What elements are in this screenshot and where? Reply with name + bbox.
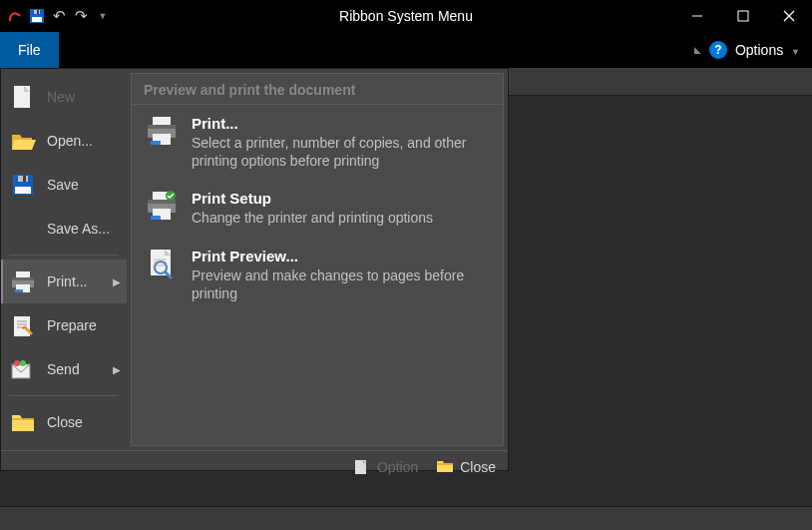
options-button[interactable]: Options ▼ (735, 42, 800, 58)
folder-icon (436, 459, 454, 475)
backstage-close-label: Close (47, 414, 83, 430)
close-button[interactable] (766, 0, 812, 32)
status-bar (0, 506, 812, 530)
backstage-new[interactable]: New (1, 75, 127, 119)
folder-icon (9, 408, 37, 436)
prepare-icon (9, 311, 37, 339)
backstage-left: New Open... Save Save As... (1, 69, 127, 450)
backstage-new-label: New (47, 89, 75, 105)
help-icon[interactable]: ? (709, 41, 727, 59)
backstage-send[interactable]: Send ▶ (1, 347, 127, 391)
option-print-setup-desc: Change the printer and printing options (192, 209, 491, 227)
svg-rect-10 (15, 187, 31, 194)
backstage-save[interactable]: Save (1, 163, 127, 207)
window-controls (674, 0, 812, 32)
footer-option-label: Option (377, 459, 418, 475)
ribbon-tabs: File ◣ ? Options ▼ (0, 32, 812, 68)
backstage-send-label: Send (47, 361, 80, 377)
send-icon (9, 355, 37, 383)
backstage-save-label: Save (47, 177, 79, 193)
svg-rect-13 (16, 271, 30, 277)
saveas-icon (9, 215, 37, 243)
svg-rect-44 (437, 463, 453, 465)
svg-rect-5 (738, 11, 748, 21)
svg-rect-8 (14, 86, 30, 108)
svg-rect-30 (151, 141, 161, 145)
minimize-button[interactable] (674, 0, 720, 32)
tab-file[interactable]: File (0, 32, 59, 68)
backstage-print-label: Print... (47, 273, 87, 289)
option-icon (353, 459, 371, 475)
svg-rect-25 (12, 418, 34, 420)
svg-rect-1 (32, 17, 42, 22)
maximize-button[interactable] (720, 0, 766, 32)
option-print[interactable]: Print... Select a printer, number of cop… (132, 105, 503, 180)
backstage-close[interactable]: Close (1, 400, 127, 444)
backstage-footer: Option Close (1, 450, 508, 483)
backstage-open[interactable]: Open... (1, 119, 127, 163)
app-icon (6, 7, 24, 25)
chevron-right-icon: ▶ (113, 364, 121, 375)
option-print-setup-title: Print Setup (192, 190, 491, 207)
backstage-saveas[interactable]: Save As... (1, 207, 127, 251)
chevron-down-icon: ▼ (791, 47, 800, 57)
open-icon (9, 127, 37, 155)
option-print-desc: Select a printer, number of copies, and … (192, 134, 491, 170)
svg-rect-17 (15, 289, 23, 292)
save-icon (9, 171, 37, 199)
print-icon (144, 115, 180, 151)
backstage-print[interactable]: Print... ▶ (1, 260, 127, 303)
footer-option-button[interactable]: Option (353, 459, 418, 475)
panel-title: Preview and print the document (132, 74, 503, 105)
quick-access-toolbar: ↶ ↷ ▼ (0, 7, 112, 25)
save-icon[interactable] (28, 7, 46, 25)
backstage-panel: New Open... Save Save As... (0, 68, 509, 471)
undo-icon[interactable]: ↶ (50, 7, 68, 25)
backstage-prepare[interactable]: Prepare (1, 303, 127, 347)
option-print-preview[interactable]: Print Preview... Preview and make change… (132, 238, 503, 312)
print-setup-icon (144, 190, 180, 226)
svg-point-24 (20, 360, 26, 366)
print-icon (9, 267, 37, 295)
backstage-open-label: Open... (47, 133, 93, 149)
svg-rect-26 (153, 117, 171, 125)
option-print-title: Print... (192, 115, 491, 132)
svg-rect-12 (23, 176, 26, 182)
footer-close-button[interactable]: Close (436, 459, 496, 475)
print-preview-icon (144, 248, 180, 283)
collapse-ribbon-icon[interactable]: ◣ (694, 45, 701, 55)
window-title: Ribbon System Menu (339, 8, 473, 24)
svg-rect-3 (37, 10, 39, 14)
separator (9, 255, 119, 256)
svg-point-23 (14, 360, 20, 366)
chevron-right-icon: ▶ (113, 276, 121, 287)
backstage-prepare-label: Prepare (47, 317, 97, 333)
separator (9, 395, 119, 396)
titlebar: ↶ ↷ ▼ Ribbon System Menu (0, 0, 812, 32)
backstage-saveas-label: Save As... (47, 221, 110, 237)
backstage-right-panel: Preview and print the document Print... … (131, 73, 504, 446)
footer-close-label: Close (460, 459, 496, 475)
svg-rect-18 (14, 316, 30, 336)
new-icon (9, 83, 37, 111)
svg-rect-35 (151, 216, 161, 220)
qat-dropdown-icon[interactable]: ▼ (94, 7, 112, 25)
redo-icon[interactable]: ↷ (72, 7, 90, 25)
option-print-preview-title: Print Preview... (192, 248, 491, 265)
options-label: Options (735, 42, 783, 58)
svg-rect-28 (148, 125, 176, 129)
option-print-preview-desc: Preview and make changes to pages before… (192, 266, 491, 302)
svg-rect-15 (12, 277, 34, 280)
option-print-setup[interactable]: Print Setup Change the printer and print… (132, 180, 503, 237)
